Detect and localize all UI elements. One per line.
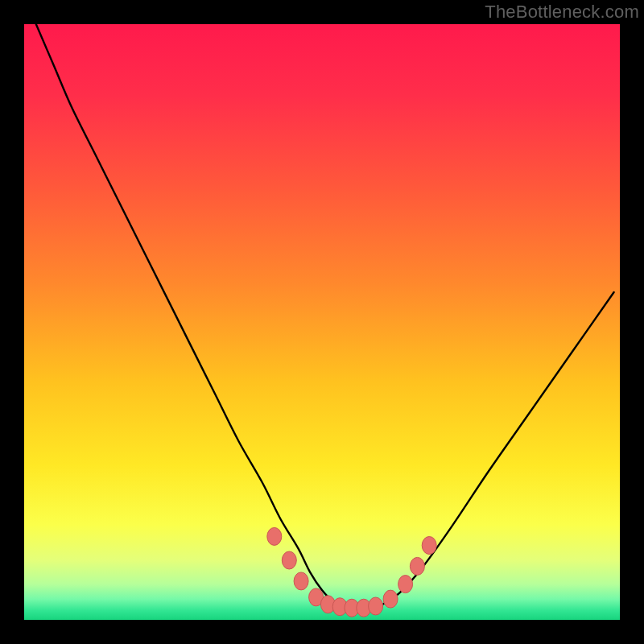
watermark-label: TheBottleneck.com <box>485 2 639 23</box>
curve-marker <box>410 557 424 575</box>
curve-markers <box>267 527 436 617</box>
plot-area <box>24 24 620 620</box>
chart-curve-layer <box>24 24 620 620</box>
chart-frame: TheBottleneck.com <box>0 0 644 644</box>
curve-marker <box>282 551 296 569</box>
curve-marker <box>383 590 398 608</box>
curve-marker <box>294 572 308 590</box>
curve-marker <box>267 527 282 545</box>
curve-marker <box>422 537 436 555</box>
bottleneck-curve <box>36 24 614 609</box>
curve-marker <box>369 597 383 615</box>
curve-marker <box>398 576 413 593</box>
